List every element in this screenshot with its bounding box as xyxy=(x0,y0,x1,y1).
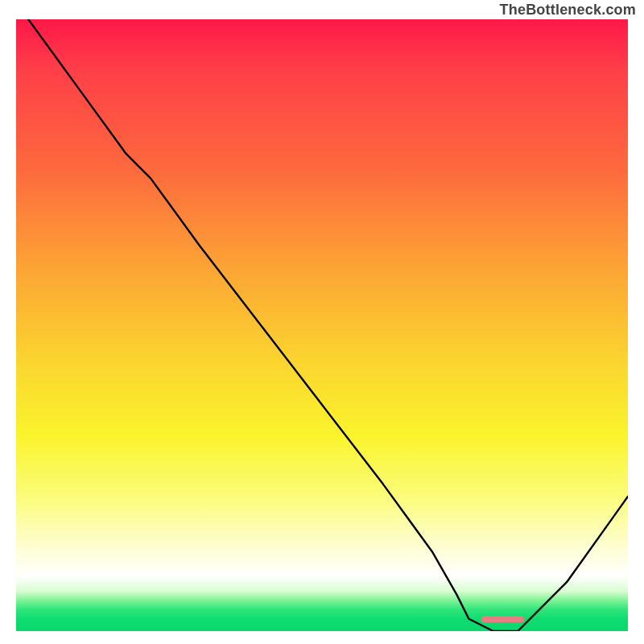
watermark-text: TheBottleneck.com xyxy=(500,2,636,19)
optimal-range-marker xyxy=(481,616,524,622)
plot-area xyxy=(16,19,628,631)
bottleneck-chart: TheBottleneck.com xyxy=(0,0,644,644)
bottleneck-curve xyxy=(16,19,628,631)
curve-path xyxy=(28,19,628,631)
